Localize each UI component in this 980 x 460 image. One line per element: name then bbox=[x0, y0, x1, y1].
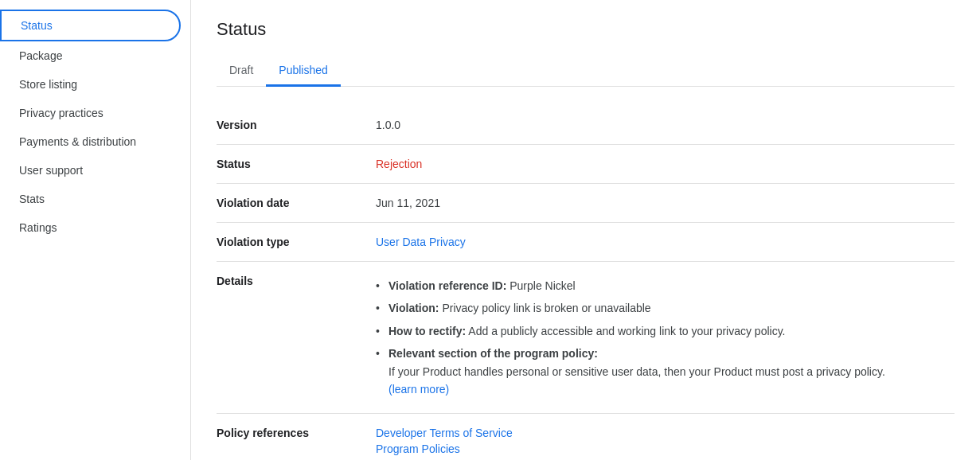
policy-references-row: Policy references Developer Terms of Ser… bbox=[217, 414, 955, 460]
violation-type-row: Violation type User Data Privacy bbox=[217, 223, 955, 262]
detail-item-4: Relevant section of the program policy: … bbox=[376, 342, 955, 400]
sidebar-item-store-listing[interactable]: Store listing bbox=[0, 70, 181, 99]
sidebar-item-package[interactable]: Package bbox=[0, 41, 181, 70]
version-value: 1.0.0 bbox=[376, 119, 955, 131]
violation-type-label: Violation type bbox=[217, 236, 376, 248]
policy-references-label: Policy references bbox=[217, 427, 376, 439]
sidebar-item-status[interactable]: Status bbox=[0, 10, 181, 41]
policy-link-program-policies[interactable]: Program Policies bbox=[376, 442, 955, 455]
violation-type-link[interactable]: User Data Privacy bbox=[376, 236, 466, 248]
content-body: Version 1.0.0 Status Rejection Violation… bbox=[217, 87, 955, 460]
sidebar-item-user-support[interactable]: User support bbox=[0, 156, 181, 185]
details-row: Details Violation reference ID: Purple N… bbox=[217, 262, 955, 414]
details-list: Violation reference ID: Purple Nickel Vi… bbox=[376, 275, 955, 400]
details-value: Violation reference ID: Purple Nickel Vi… bbox=[376, 275, 955, 400]
detail-extra-text: If your Product handles personal or sens… bbox=[388, 365, 885, 378]
detail-prefix-3: How to rectify: bbox=[388, 325, 466, 337]
status-row: Status Rejection bbox=[217, 145, 955, 184]
page-title: Status bbox=[217, 19, 955, 40]
status-label: Status bbox=[217, 158, 376, 170]
detail-item-3: How to rectify: Add a publicly accessibl… bbox=[376, 320, 955, 342]
sidebar-item-ratings[interactable]: Ratings bbox=[0, 213, 181, 242]
tab-published[interactable]: Published bbox=[266, 56, 341, 87]
learn-more-link[interactable]: (learn more) bbox=[388, 383, 449, 396]
main-content: Status Draft Published Version 1.0.0 Sta… bbox=[191, 0, 980, 460]
policy-link-developer-terms[interactable]: Developer Terms of Service bbox=[376, 427, 955, 439]
version-row: Version 1.0.0 bbox=[217, 106, 955, 145]
tabs-container: Draft Published bbox=[217, 56, 955, 87]
detail-text-2: Privacy policy link is broken or unavail… bbox=[442, 302, 650, 314]
version-label: Version bbox=[217, 119, 376, 131]
tab-draft[interactable]: Draft bbox=[217, 56, 266, 87]
policy-links-container: Developer Terms of Service Program Polic… bbox=[376, 427, 955, 460]
violation-date-value: Jun 11, 2021 bbox=[376, 197, 955, 209]
detail-item-1: Violation reference ID: Purple Nickel bbox=[376, 275, 955, 297]
violation-date-label: Violation date bbox=[217, 197, 376, 209]
detail-text-3: Add a publicly accessible and working li… bbox=[468, 325, 785, 337]
policy-references-value: Developer Terms of Service Program Polic… bbox=[376, 427, 955, 460]
violation-type-value: User Data Privacy bbox=[376, 236, 955, 248]
details-label: Details bbox=[217, 275, 376, 287]
sidebar-item-privacy-practices[interactable]: Privacy practices bbox=[0, 99, 181, 127]
detail-text-1: Purple Nickel bbox=[510, 279, 575, 292]
sidebar-item-stats[interactable]: Stats bbox=[0, 185, 181, 213]
detail-prefix-4: Relevant section of the program policy: bbox=[388, 347, 598, 360]
detail-prefix-1: Violation reference ID: bbox=[388, 279, 506, 292]
status-value: Rejection bbox=[376, 158, 955, 170]
sidebar: Status Package Store listing Privacy pra… bbox=[0, 0, 191, 460]
detail-prefix-2: Violation: bbox=[388, 302, 439, 314]
violation-date-row: Violation date Jun 11, 2021 bbox=[217, 184, 955, 223]
detail-item-2: Violation: Privacy policy link is broken… bbox=[376, 297, 955, 319]
sidebar-item-payments-distribution[interactable]: Payments & distribution bbox=[0, 127, 181, 156]
